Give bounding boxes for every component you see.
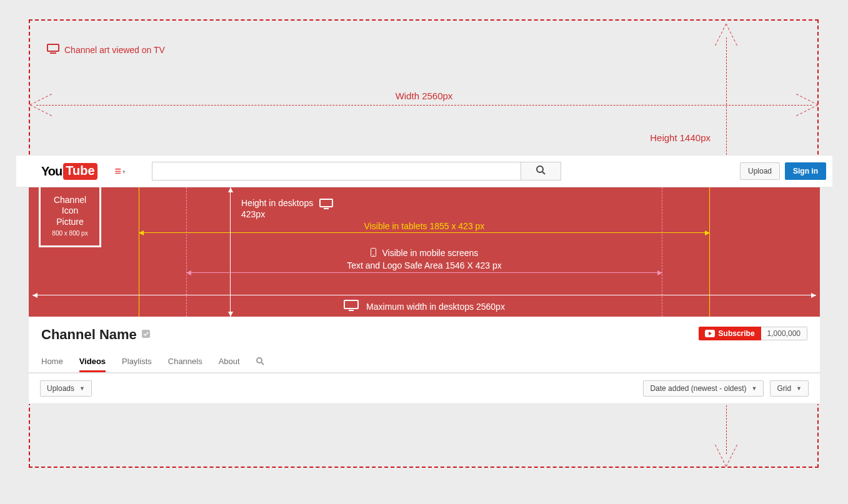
- channel-icon-line2: Icon: [62, 205, 78, 217]
- youtube-logo[interactable]: YouTube: [41, 163, 97, 180]
- svg-rect-0: [47, 44, 59, 51]
- mobile-icon: [371, 249, 379, 259]
- tab-videos[interactable]: Videos: [79, 357, 106, 372]
- svg-rect-8: [344, 300, 358, 309]
- width-dimension-line: [36, 105, 812, 106]
- tab-playlists[interactable]: Playlists: [122, 357, 152, 372]
- svg-line-3: [542, 172, 545, 174]
- svg-rect-9: [349, 310, 354, 311]
- mobile-dimension-line: [186, 272, 662, 273]
- tab-about[interactable]: About: [219, 357, 240, 372]
- caret-down-icon: ▼: [79, 385, 85, 392]
- view-label: Grid: [777, 384, 791, 393]
- mobile-label-line1: Visible in mobile screens: [382, 248, 479, 258]
- uploads-label: Uploads: [47, 384, 74, 393]
- tab-home[interactable]: Home: [41, 357, 63, 372]
- svg-rect-10: [142, 330, 150, 338]
- svg-point-12: [257, 358, 262, 363]
- tv-icon: [47, 44, 59, 56]
- tablet-dimension-line: [139, 232, 710, 233]
- channel-icon-line1: Channel: [54, 195, 86, 206]
- search-input[interactable]: [152, 162, 521, 180]
- caret-down-icon: ▼: [751, 385, 757, 392]
- verified-badge-icon: [142, 330, 150, 340]
- subscribe-label: Subscribe: [719, 329, 755, 338]
- desktop-height-line1: Height in desktops: [241, 197, 313, 209]
- youtube-topbar: YouTube ≡▾ Upload Sign in: [16, 155, 832, 187]
- channel-art-area: Channel Icon Picture 800 x 800 px Visibl…: [29, 187, 820, 317]
- desktop-icon: [344, 300, 359, 313]
- svg-point-7: [372, 255, 374, 256]
- subscribe-block: Subscribe 1,000,000: [699, 327, 807, 340]
- arrow-right-icon: [793, 92, 818, 117]
- width-label: Width 2560px: [0, 91, 848, 101]
- youtube-play-icon: [705, 330, 715, 337]
- guide-menu-icon[interactable]: ≡▾: [115, 165, 126, 178]
- channel-icon-placeholder: Channel Icon Picture 800 x 800 px: [39, 185, 101, 247]
- uploads-dropdown[interactable]: Uploads ▼: [40, 380, 92, 397]
- arrow-up-icon: [714, 24, 739, 49]
- tab-search-icon[interactable]: [256, 357, 264, 372]
- desktop-height-label: Height in desktops 423px: [241, 197, 333, 220]
- channel-name: Channel Name: [41, 327, 137, 343]
- height-label: Height 1440px: [650, 132, 711, 143]
- channel-header: Channel Name Subscribe 1,000,000 Home Vi…: [29, 317, 820, 373]
- subscriber-count: 1,000,000: [761, 327, 807, 340]
- search-icon: [536, 166, 546, 177]
- tv-label-text: Channel art viewed on TV: [64, 45, 165, 55]
- search-button[interactable]: [521, 162, 561, 180]
- sort-dropdown[interactable]: Date added (newest - oldest) ▼: [643, 380, 764, 397]
- desktop-icon: [319, 197, 333, 212]
- signin-button[interactable]: Sign in: [785, 162, 826, 180]
- svg-point-2: [537, 166, 543, 172]
- maxwidth-label: Maximum width in desktops 2560px: [29, 300, 820, 313]
- channel-title-row: Channel Name: [41, 327, 807, 343]
- subscribe-button[interactable]: Subscribe: [699, 327, 761, 340]
- maxwidth-label-text: Maximum width in desktops 2560px: [366, 302, 505, 312]
- maxwidth-dimension-line: [32, 295, 816, 295]
- arrow-left-icon: [30, 92, 55, 117]
- desktop-height-line2: 423px: [241, 209, 313, 220]
- tv-label: Channel art viewed on TV: [47, 44, 165, 56]
- arrow-down-icon: [714, 442, 739, 467]
- mobile-label: Visible in mobile screens Text and Logo …: [29, 247, 820, 272]
- upload-button[interactable]: Upload: [740, 162, 780, 180]
- svg-rect-1: [50, 52, 56, 54]
- svg-line-13: [261, 363, 264, 365]
- svg-rect-5: [324, 208, 329, 209]
- view-dropdown[interactable]: Grid ▼: [770, 380, 809, 397]
- mobile-label-line2: Text and Logo Safe Area 1546 X 423 px: [29, 260, 820, 272]
- search-form: [152, 162, 561, 180]
- tablet-label: Visible in tablets 1855 x 423 px: [29, 221, 820, 231]
- sort-label: Date added (newest - oldest): [650, 384, 746, 393]
- caret-down-icon: ▼: [796, 385, 802, 392]
- videos-toolbar: Uploads ▼ Date added (newest - oldest) ▼…: [29, 373, 820, 404]
- channel-tabs: Home Videos Playlists Channels About: [41, 357, 264, 372]
- tab-channels[interactable]: Channels: [168, 357, 202, 372]
- svg-rect-4: [320, 199, 332, 207]
